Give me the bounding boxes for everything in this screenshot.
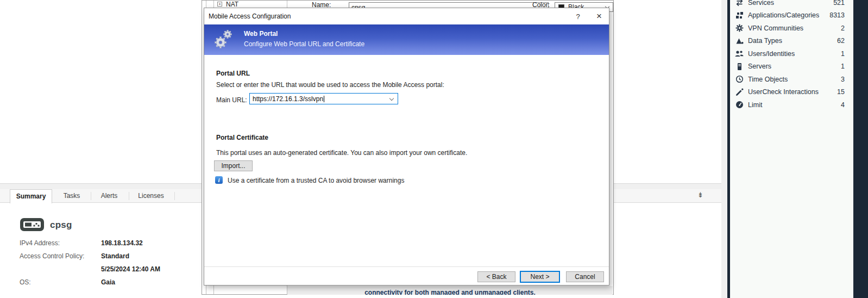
vpn-communities-icon xyxy=(735,24,744,33)
limit-icon xyxy=(735,101,744,109)
text-caret xyxy=(324,96,324,102)
field-value: 198.18.134.32 xyxy=(101,239,143,247)
smartconsole-screen: Summary Tasks Alerts Licenses ⇟ cpsg IPv… xyxy=(0,0,868,298)
tab-alerts[interactable]: Alerts xyxy=(91,189,127,203)
banner-subtitle: Configure Web Portal URL and Certificate xyxy=(244,40,364,48)
tab-divider xyxy=(174,192,175,200)
gateway-icon xyxy=(20,216,45,233)
summary-row: IPv4 Address: 198.18.134.32 xyxy=(0,239,217,248)
sidebar-item-usercheck-interactions[interactable]: UserCheck Interactions 15 xyxy=(730,86,853,99)
sidebar-item-label: Data Types xyxy=(748,37,837,45)
sidebar-item-count: 15 xyxy=(837,88,845,96)
tree-expand-icon[interactable]: + xyxy=(217,2,222,7)
mobile-access-configuration-dialog: Mobile Access Configuration ? × xyxy=(204,8,609,285)
sidebar-item-label: UserCheck Interactions xyxy=(748,88,837,96)
sidebar-item-limit[interactable]: Limit 4 xyxy=(730,98,853,111)
gateway-dialog-clipped-content: connectivity for both managed and unmana… xyxy=(287,286,613,295)
back-button[interactable]: < Back xyxy=(477,271,515,282)
collapse-panel-icon[interactable]: ⇟ xyxy=(697,191,703,199)
data-types-icon xyxy=(735,36,744,45)
sidebar-item-servers[interactable]: Servers 1 xyxy=(730,60,853,73)
main-url-combobox[interactable]: https://172.16.1.3/sslvpn xyxy=(249,93,398,104)
sidebar-item-label: Servers xyxy=(748,63,841,70)
sidebar-item-label: Services xyxy=(748,0,833,7)
sidebar-item-data-types[interactable]: Data Types 62 xyxy=(730,35,853,48)
next-button[interactable]: Next > xyxy=(520,271,560,283)
time-objects-icon xyxy=(735,75,744,84)
tab-licenses[interactable]: Licenses xyxy=(129,189,173,203)
users-identities-icon xyxy=(735,49,744,58)
sidebar-right-edge xyxy=(853,0,868,298)
tab-tasks[interactable]: Tasks xyxy=(54,189,89,203)
sidebar-item-services[interactable]: Services 521 xyxy=(730,0,853,9)
summary-row: OS: Gaia xyxy=(0,278,217,287)
main-url-label: Main URL: xyxy=(216,96,247,104)
info-icon: i xyxy=(215,176,223,184)
chevron-down-icon xyxy=(389,96,394,101)
sidebar-item-count: 2 xyxy=(841,24,845,32)
summary-row: 5/25/2024 12:40 AM xyxy=(0,265,217,274)
sidebar-item-label: VPN Communities xyxy=(748,24,841,32)
portal-url-description: Select or enter the URL that would be us… xyxy=(216,81,444,89)
sidebar-item-users-identities[interactable]: Users/Identities 1 xyxy=(730,47,853,60)
sidebar-item-label: Applications/Categories xyxy=(748,11,829,19)
import-button[interactable]: Import... xyxy=(214,160,253,171)
object-categories-list: Services 521 Applications/Categories 831… xyxy=(730,0,853,111)
cancel-button[interactable]: Cancel xyxy=(566,271,604,282)
wizard-banner: Web Portal Configure Web Portal URL and … xyxy=(204,24,609,55)
tab-summary[interactable]: Summary xyxy=(10,189,52,203)
dialog-title[interactable]: Mobile Access Configuration xyxy=(209,13,291,20)
portal-certificate-description: This portal uses an auto-generated certi… xyxy=(216,149,467,157)
field-value: Standard xyxy=(101,252,129,260)
object-categories-sidebar: Services 521 Applications/Categories 831… xyxy=(730,0,853,298)
certificate-info-text: Use a certificate from a trusted CA to a… xyxy=(228,177,404,184)
services-icon xyxy=(735,0,744,7)
sidebar-item-count: 1 xyxy=(841,63,845,70)
usercheck-interactions-icon xyxy=(735,88,744,96)
clipped-description-text: connectivity for both managed and unmana… xyxy=(364,289,536,295)
portal-certificate-heading: Portal Certificate xyxy=(216,134,268,141)
gateway-name: cpsg xyxy=(50,220,72,231)
sidebar-item-applications-categories[interactable]: Applications/Categories 8313 xyxy=(730,9,853,22)
sidebar-item-label: Users/Identities xyxy=(748,50,841,58)
sidebar-item-count: 3 xyxy=(841,76,845,83)
servers-icon xyxy=(735,62,744,71)
gears-icon xyxy=(213,28,235,51)
sidebar-item-count: 8313 xyxy=(829,11,845,19)
tree-item-nat[interactable]: NAT xyxy=(226,1,238,8)
sidebar-item-vpn-communities[interactable]: VPN Communities 2 xyxy=(730,22,853,35)
field-value: Gaia xyxy=(101,278,115,286)
help-button[interactable]: ? xyxy=(573,11,583,22)
sidebar-item-count: 521 xyxy=(833,0,845,7)
footer-separator xyxy=(204,266,609,267)
field-label: IPv4 Address: xyxy=(20,239,60,247)
sidebar-item-label: Time Objects xyxy=(748,76,841,83)
main-url-value: https://172.16.1.3/sslvpn xyxy=(253,95,324,103)
field-label: OS: xyxy=(20,278,31,286)
field-label: Access Control Policy: xyxy=(20,252,84,260)
sidebar-item-time-objects[interactable]: Time Objects 3 xyxy=(730,73,853,86)
sidebar-item-count: 62 xyxy=(837,37,845,45)
banner-title: Web Portal xyxy=(244,30,278,38)
applications-categories-icon xyxy=(735,11,744,20)
field-value: 5/25/2024 12:40 AM xyxy=(101,265,160,273)
sidebar-item-count: 4 xyxy=(841,101,845,109)
sidebar-item-label: Limit xyxy=(748,101,841,109)
close-button[interactable]: × xyxy=(593,10,605,22)
sidebar-item-count: 1 xyxy=(841,50,845,58)
summary-row: Access Control Policy: Standard xyxy=(0,252,217,261)
portal-url-heading: Portal URL xyxy=(216,70,250,77)
